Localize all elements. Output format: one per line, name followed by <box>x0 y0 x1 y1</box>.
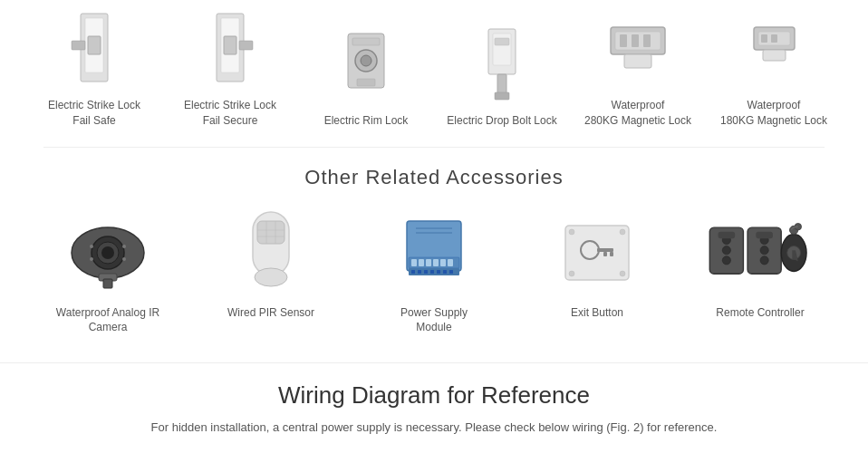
product-image <box>728 9 819 91</box>
product-item: Electric Rim Lock <box>303 24 429 129</box>
svg-rect-38 <box>103 279 112 288</box>
svg-rect-63 <box>449 270 453 274</box>
accessory-label: Exit Button <box>571 305 623 321</box>
svg-rect-26 <box>761 34 767 43</box>
svg-rect-28 <box>763 50 786 61</box>
product-label: Electric Drop Bolt Lock <box>447 113 556 129</box>
mag-lock-280-icon <box>597 9 679 91</box>
svg-rect-66 <box>597 248 613 252</box>
accessory-label: Remote Controller <box>716 305 804 321</box>
svg-rect-64 <box>565 226 629 280</box>
accessory-item-power-supply: Power SupplyModule <box>362 207 506 336</box>
svg-rect-51 <box>419 259 424 266</box>
accessory-item-camera: Waterproof Analog IR Camera <box>35 207 180 336</box>
product-item: Electric Strike LockFail Safe <box>31 9 158 129</box>
svg-rect-77 <box>719 231 736 237</box>
accessory-label: Power SupplyModule <box>400 305 468 336</box>
svg-rect-55 <box>448 259 453 266</box>
svg-rect-12 <box>352 38 380 45</box>
product-label: Waterproof280KG Magnetic Lock <box>584 98 691 129</box>
strike-lock-fail-safe-icon <box>63 9 126 91</box>
remote-controller-icon <box>701 212 819 294</box>
accessories-row: Waterproof Analog IR Camera Wired PIR Se… <box>0 198 868 354</box>
svg-rect-15 <box>495 38 509 45</box>
svg-rect-21 <box>632 34 639 47</box>
svg-rect-50 <box>411 259 417 266</box>
svg-rect-67 <box>610 252 613 256</box>
products-row: Electric Strike LockFail Safe Electric S… <box>0 0 868 147</box>
svg-rect-17 <box>495 92 509 100</box>
svg-point-80 <box>760 246 768 254</box>
strike-lock-fail-secure-icon <box>198 9 262 91</box>
rim-lock-icon <box>330 24 402 106</box>
svg-point-71 <box>569 271 574 276</box>
svg-point-75 <box>722 246 730 254</box>
svg-point-35 <box>90 257 93 261</box>
accessory-item-pir: Wired PIR Sensor <box>198 207 343 321</box>
power-supply-icon <box>389 212 479 294</box>
camera-icon <box>49 212 167 294</box>
wiring-section: Wiring Diagram for Reference For hidden … <box>0 362 868 453</box>
product-item: Waterproof180KG Magnetic Lock <box>710 9 837 129</box>
mag-lock-180-icon <box>740 9 808 91</box>
svg-rect-6 <box>224 36 236 54</box>
exit-button-icon <box>552 212 642 294</box>
svg-rect-82 <box>756 231 773 237</box>
svg-rect-2 <box>88 36 101 54</box>
pir-icon <box>230 203 312 303</box>
drop-bolt-lock-icon <box>475 24 529 106</box>
product-label: Electric Strike LockFail Safe <box>48 98 140 129</box>
product-item: Electric Strike LockFail Secure <box>167 9 294 129</box>
accessory-item-remote: Remote Controller <box>688 207 833 321</box>
svg-point-69 <box>569 229 574 235</box>
product-image <box>321 24 411 106</box>
svg-rect-7 <box>239 41 253 50</box>
svg-rect-61 <box>437 270 440 274</box>
svg-point-33 <box>90 245 93 248</box>
product-image <box>49 9 140 91</box>
svg-point-76 <box>722 255 730 264</box>
accessory-label: Waterproof Analog IR Camera <box>35 305 180 336</box>
accessory-label: Wired PIR Sensor <box>227 305 314 321</box>
pir-image <box>212 207 330 298</box>
svg-rect-59 <box>424 270 428 274</box>
svg-rect-52 <box>426 259 431 266</box>
exit-button-image <box>538 207 656 298</box>
svg-point-10 <box>361 55 371 66</box>
svg-rect-53 <box>433 259 439 266</box>
product-label: Electric Strike LockFail Secure <box>184 98 276 129</box>
svg-rect-3 <box>72 41 85 50</box>
divider <box>43 147 825 148</box>
svg-rect-58 <box>418 270 421 274</box>
svg-point-72 <box>620 271 625 276</box>
product-image <box>185 9 275 91</box>
svg-rect-20 <box>620 34 627 47</box>
product-item: Waterproof280KG Magnetic Lock <box>574 9 701 129</box>
accessories-heading: Other Related Accessories <box>0 166 868 189</box>
product-image <box>593 9 683 91</box>
wiring-title: Wiring Diagram for Reference <box>18 381 850 410</box>
remote-image <box>701 207 819 298</box>
svg-rect-60 <box>430 270 434 274</box>
svg-rect-57 <box>411 270 415 274</box>
svg-rect-68 <box>603 252 607 256</box>
svg-rect-22 <box>643 34 651 47</box>
product-image <box>457 24 547 106</box>
accessory-item-exit-button: Exit Button <box>525 207 670 321</box>
svg-rect-62 <box>443 270 447 274</box>
svg-rect-23 <box>624 54 651 68</box>
product-label: Electric Rim Lock <box>324 113 409 129</box>
product-item: Electric Drop Bolt Lock <box>439 24 565 129</box>
product-label: Waterproof180KG Magnetic Lock <box>720 98 827 129</box>
svg-rect-40 <box>257 221 285 244</box>
svg-point-70 <box>620 229 625 235</box>
svg-point-32 <box>101 246 114 259</box>
svg-rect-54 <box>440 259 446 266</box>
power-supply-image <box>375 207 493 298</box>
svg-point-36 <box>122 257 126 261</box>
wiring-description: For hidden installation, a central power… <box>18 420 850 434</box>
svg-point-45 <box>255 268 287 286</box>
svg-rect-11 <box>357 79 375 86</box>
svg-rect-27 <box>771 34 777 43</box>
camera-image <box>49 207 167 298</box>
